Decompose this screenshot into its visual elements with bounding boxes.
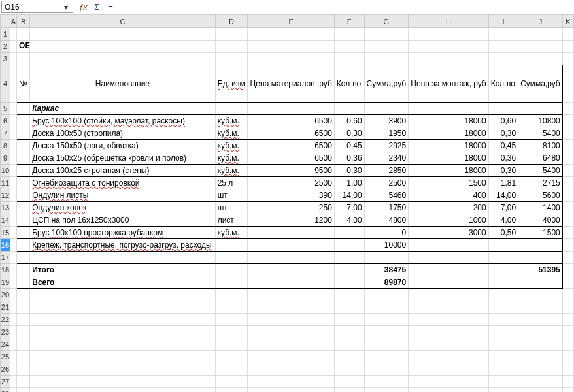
row-header[interactable]: 7: [1, 127, 10, 140]
cell[interactable]: Ондулин конек: [30, 202, 215, 214]
cell[interactable]: Доска 150х50 (лаги, обвязка): [30, 140, 215, 152]
cell[interactable]: ОБЪЕКТНЫЙ РАСЧЕТ И СТОИМОСТЬ МАТЕРИАЛОВ …: [17, 41, 30, 53]
row-header[interactable]: 9: [1, 152, 10, 165]
cell[interactable]: Сумма,руб: [518, 65, 563, 103]
col-header[interactable]: F: [334, 15, 364, 28]
cell[interactable]: 51395: [518, 264, 563, 276]
cell[interactable]: Цена за монтаж, руб: [409, 65, 489, 103]
formula-toolbar: ƒx Σ =: [77, 1, 116, 13]
cell[interactable]: 10800: [518, 115, 563, 127]
formula-bar: O16 ▾ ƒx Σ =: [0, 0, 574, 14]
row-header[interactable]: 3: [1, 53, 10, 65]
row-header[interactable]: 8: [1, 140, 10, 152]
cell[interactable]: Наименование: [30, 65, 215, 103]
row-header[interactable]: 14: [1, 214, 10, 227]
row-header[interactable]: 10: [1, 165, 10, 177]
cell[interactable]: Доска 150х25 (обрешетка кровли и полов): [30, 152, 215, 165]
cell[interactable]: 18000: [409, 115, 489, 127]
title: ОБЪЕКТНЫЙ РАСЧЕТ И СТОИМОСТЬ МАТЕРИАЛОВ …: [19, 41, 30, 50]
row-header[interactable]: 17: [1, 252, 10, 264]
cell[interactable]: Брус 100х100 просторжка рубанком: [30, 227, 215, 239]
row-header[interactable]: 28: [1, 388, 10, 393]
cell[interactable]: Доска 100х50 (стропила): [30, 127, 215, 140]
formula-input[interactable]: [118, 1, 574, 13]
corner-cell[interactable]: [1, 15, 10, 28]
row-header[interactable]: 21: [1, 301, 10, 314]
equals-icon[interactable]: =: [105, 1, 116, 13]
cell[interactable]: 38475: [364, 264, 409, 276]
row-header[interactable]: 25: [1, 351, 10, 363]
col-header[interactable]: I: [488, 15, 518, 28]
cell[interactable]: Итого: [30, 264, 215, 276]
col-header[interactable]: E: [248, 15, 334, 28]
cell[interactable]: 0,60: [488, 115, 518, 127]
row-header-selected[interactable]: 16: [1, 239, 10, 252]
cell[interactable]: Огнебиозащита с тонировкой: [30, 177, 215, 189]
cell[interactable]: №: [17, 65, 30, 103]
col-header[interactable]: J: [518, 15, 563, 28]
col-header[interactable]: D: [215, 15, 248, 28]
cell[interactable]: ЦСП на пол 16х1250х3000: [30, 214, 215, 227]
cell[interactable]: Ондулин листы: [30, 189, 215, 202]
cell[interactable]: [17, 103, 30, 115]
col-header[interactable]: A: [10, 15, 16, 28]
row-header[interactable]: 23: [1, 326, 10, 338]
row-header[interactable]: 15: [1, 227, 10, 239]
cell[interactable]: Доска 100х25 строганая (стены): [30, 165, 215, 177]
cell[interactable]: Крепеж, транспортные, погрузо-разгруз. р…: [30, 239, 215, 252]
cell[interactable]: 6500: [248, 115, 334, 127]
col-header[interactable]: G: [364, 15, 409, 28]
row-header[interactable]: 26: [1, 363, 10, 376]
col-header[interactable]: H: [409, 15, 489, 28]
cell[interactable]: Сумма,руб: [364, 65, 409, 103]
cell[interactable]: Цена материалов ,руб: [248, 65, 334, 103]
col-header[interactable]: K: [562, 15, 573, 28]
row-header[interactable]: 4: [1, 65, 10, 103]
name-box-dropdown-icon[interactable]: ▾: [61, 3, 70, 12]
fx-icon[interactable]: ƒx: [77, 1, 89, 13]
row-header[interactable]: 20: [1, 289, 10, 301]
cell[interactable]: Кол-во: [488, 65, 518, 103]
row-header[interactable]: 6: [1, 115, 10, 127]
col-header[interactable]: B: [17, 15, 30, 28]
cell[interactable]: Кол-во: [334, 65, 364, 103]
row-header[interactable]: 19: [1, 276, 10, 289]
cell[interactable]: куб.м.: [215, 127, 248, 140]
col-header[interactable]: C: [30, 15, 215, 28]
row-header[interactable]: 2: [1, 41, 10, 53]
row-header[interactable]: 11: [1, 177, 10, 189]
cell[interactable]: 89870: [364, 276, 409, 289]
row-header[interactable]: 22: [1, 314, 10, 326]
name-box-value: O16: [5, 3, 61, 12]
cell[interactable]: Ед. изм: [215, 65, 248, 103]
row-header[interactable]: 12: [1, 189, 10, 202]
cell[interactable]: куб.м.: [215, 115, 248, 127]
row-header[interactable]: 18: [1, 264, 10, 276]
cell[interactable]: Всего: [30, 276, 215, 289]
row-header[interactable]: 27: [1, 376, 10, 388]
name-box[interactable]: O16 ▾: [1, 1, 73, 13]
cell[interactable]: Каркас: [30, 103, 215, 115]
cell[interactable]: Брус 100х100 (стойки, мауэрлат, раскосы): [30, 115, 215, 127]
spreadsheet-grid[interactable]: A B C D E F G H I J K 1 2 ОБЪЕКТНЫЙ РАСЧ…: [0, 14, 574, 392]
row-header[interactable]: 13: [1, 202, 10, 214]
row-header[interactable]: 24: [1, 338, 10, 351]
cell[interactable]: 3900: [364, 115, 409, 127]
row-header[interactable]: 5: [1, 103, 10, 115]
row-header[interactable]: 1: [1, 28, 10, 41]
cell[interactable]: 0,60: [334, 115, 364, 127]
sum-icon[interactable]: Σ: [91, 1, 103, 13]
